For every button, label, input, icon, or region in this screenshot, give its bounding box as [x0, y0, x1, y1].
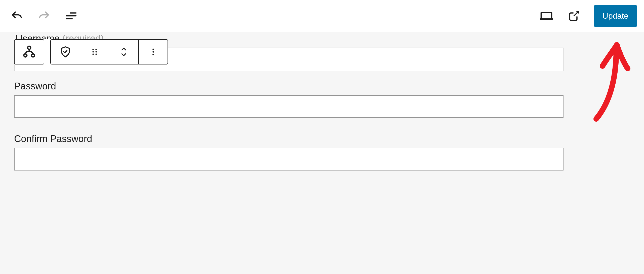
- desktop-icon: [540, 10, 553, 22]
- block-toolbar-main: [50, 39, 168, 64]
- select-parent-block-button[interactable]: [15, 40, 44, 64]
- svg-point-14: [152, 51, 154, 53]
- editor-top-toolbar: Update: [0, 0, 644, 32]
- toolbar-left-group: [7, 9, 78, 23]
- redo-button[interactable]: [37, 9, 51, 23]
- block-options-button[interactable]: [138, 40, 168, 64]
- move-up-down-button[interactable]: [109, 40, 138, 64]
- undo-icon: [11, 10, 23, 22]
- undo-button[interactable]: [10, 9, 24, 23]
- toolbar-right-group: Update: [539, 5, 637, 27]
- update-button[interactable]: Update: [594, 5, 637, 27]
- svg-point-13: [152, 49, 154, 50]
- drag-icon: [90, 47, 99, 56]
- external-link-icon: [568, 10, 580, 22]
- document-overview-icon: [65, 10, 77, 22]
- svg-point-9: [92, 51, 94, 52]
- chevron-up-down-icon: [119, 46, 128, 57]
- block-toolbar-parent-selector: [14, 39, 44, 64]
- editor-canvas: Username (required) Password Confirm Pas…: [0, 32, 644, 196]
- drag-handle[interactable]: [80, 40, 109, 64]
- block-type-button[interactable]: [51, 40, 80, 64]
- view-page-button[interactable]: [567, 9, 581, 23]
- confirm-password-input[interactable]: [14, 148, 564, 170]
- svg-point-7: [92, 49, 94, 50]
- confirm-password-field-group: Confirm Password: [14, 133, 630, 170]
- confirm-password-label: Confirm Password: [14, 133, 630, 144]
- password-input[interactable]: [14, 95, 564, 118]
- node-tree-icon: [22, 45, 36, 59]
- redo-icon: [38, 10, 50, 22]
- block-toolbar: [14, 39, 168, 64]
- view-button[interactable]: [539, 8, 554, 24]
- password-label: Password: [14, 81, 630, 92]
- shield-check-icon: [59, 46, 71, 58]
- svg-point-8: [95, 49, 97, 50]
- svg-point-15: [152, 54, 154, 55]
- svg-point-11: [92, 53, 94, 55]
- more-vertical-icon: [149, 47, 158, 56]
- svg-point-10: [95, 51, 97, 52]
- document-overview-button[interactable]: [64, 9, 78, 23]
- svg-point-12: [95, 53, 97, 55]
- password-field-group: Password: [14, 81, 630, 118]
